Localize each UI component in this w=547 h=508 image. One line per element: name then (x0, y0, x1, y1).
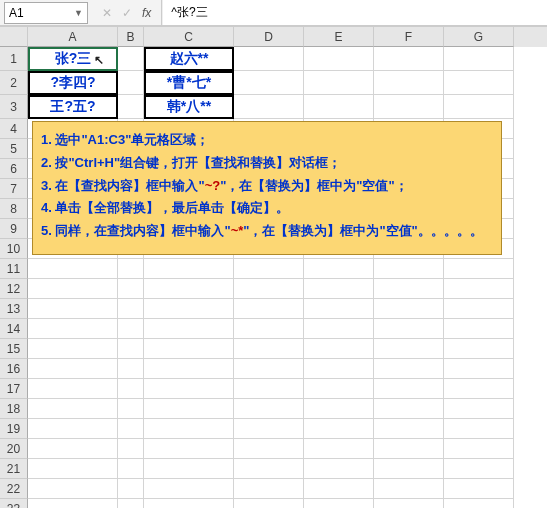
cell[interactable] (118, 499, 144, 508)
cell[interactable] (374, 379, 444, 399)
column-header[interactable]: E (304, 27, 374, 47)
cell[interactable] (28, 499, 118, 508)
cell[interactable] (374, 319, 444, 339)
cell[interactable]: ?李四? (28, 71, 118, 95)
cell[interactable] (234, 399, 304, 419)
cell[interactable] (444, 379, 514, 399)
cell[interactable] (118, 399, 144, 419)
cell[interactable] (234, 299, 304, 319)
row-header[interactable]: 23 (0, 499, 28, 508)
cell[interactable] (374, 359, 444, 379)
cell[interactable] (444, 459, 514, 479)
cell[interactable] (444, 319, 514, 339)
cell[interactable] (374, 479, 444, 499)
cell[interactable] (234, 379, 304, 399)
cell[interactable] (28, 259, 118, 279)
cell[interactable] (28, 419, 118, 439)
cell[interactable] (144, 339, 234, 359)
cell[interactable] (144, 359, 234, 379)
cell[interactable] (374, 47, 444, 71)
cell[interactable] (304, 399, 374, 419)
cell[interactable] (28, 439, 118, 459)
row-header[interactable]: 6 (0, 159, 28, 179)
cell[interactable] (444, 47, 514, 71)
cell[interactable] (374, 95, 444, 119)
cell[interactable] (374, 279, 444, 299)
cell[interactable] (444, 339, 514, 359)
cell[interactable] (444, 399, 514, 419)
column-header[interactable]: D (234, 27, 304, 47)
cell[interactable] (444, 299, 514, 319)
row-header[interactable]: 15 (0, 339, 28, 359)
cell[interactable] (374, 299, 444, 319)
row-header[interactable]: 8 (0, 199, 28, 219)
cell[interactable] (144, 259, 234, 279)
cell[interactable]: 王?五? (28, 95, 118, 119)
cell[interactable] (304, 359, 374, 379)
cell[interactable] (28, 339, 118, 359)
row-header[interactable]: 17 (0, 379, 28, 399)
cell[interactable] (234, 439, 304, 459)
cell[interactable] (28, 359, 118, 379)
row-header[interactable]: 2 (0, 71, 28, 95)
column-header[interactable]: B (118, 27, 144, 47)
cell[interactable] (304, 319, 374, 339)
cell[interactable] (374, 259, 444, 279)
row-header[interactable]: 7 (0, 179, 28, 199)
cell[interactable] (118, 95, 144, 119)
cell[interactable] (234, 71, 304, 95)
cell[interactable] (118, 319, 144, 339)
cell[interactable] (28, 299, 118, 319)
row-header[interactable]: 22 (0, 479, 28, 499)
cell[interactable] (234, 419, 304, 439)
cell[interactable] (118, 459, 144, 479)
cell[interactable] (28, 319, 118, 339)
cell[interactable] (374, 339, 444, 359)
row-header[interactable]: 9 (0, 219, 28, 239)
accept-icon[interactable]: ✓ (122, 6, 132, 20)
cell[interactable] (118, 299, 144, 319)
cell[interactable] (144, 379, 234, 399)
cell[interactable] (118, 379, 144, 399)
cell[interactable] (144, 499, 234, 508)
cell[interactable] (444, 279, 514, 299)
cell[interactable] (304, 339, 374, 359)
cell[interactable] (444, 359, 514, 379)
cell[interactable] (374, 71, 444, 95)
cell[interactable] (234, 359, 304, 379)
row-header[interactable]: 3 (0, 95, 28, 119)
cell[interactable]: *曹*七* (144, 71, 234, 95)
cell[interactable] (444, 419, 514, 439)
row-header[interactable]: 19 (0, 419, 28, 439)
name-box[interactable]: A1 ▼ (4, 2, 88, 24)
cell[interactable] (304, 95, 374, 119)
row-header[interactable]: 10 (0, 239, 28, 259)
cell[interactable] (118, 419, 144, 439)
cell[interactable] (144, 419, 234, 439)
cell[interactable] (118, 71, 144, 95)
cell[interactable] (374, 459, 444, 479)
cell[interactable] (144, 319, 234, 339)
cell[interactable] (304, 439, 374, 459)
cell[interactable] (118, 339, 144, 359)
cell[interactable] (444, 479, 514, 499)
cell[interactable] (234, 47, 304, 71)
cell[interactable] (28, 479, 118, 499)
cell[interactable] (234, 279, 304, 299)
cell[interactable] (444, 259, 514, 279)
cell[interactable] (28, 459, 118, 479)
cell[interactable] (144, 439, 234, 459)
column-header[interactable]: G (444, 27, 514, 47)
cell[interactable] (118, 47, 144, 71)
cell[interactable]: 张?三↖ (28, 47, 118, 71)
row-header[interactable]: 12 (0, 279, 28, 299)
column-header[interactable]: F (374, 27, 444, 47)
row-header[interactable]: 4 (0, 119, 28, 139)
cancel-icon[interactable]: ✕ (102, 6, 112, 20)
cell[interactable] (234, 459, 304, 479)
cell[interactable] (234, 499, 304, 508)
cell[interactable] (304, 47, 374, 71)
cell[interactable] (304, 299, 374, 319)
cell[interactable] (234, 319, 304, 339)
row-header[interactable]: 20 (0, 439, 28, 459)
